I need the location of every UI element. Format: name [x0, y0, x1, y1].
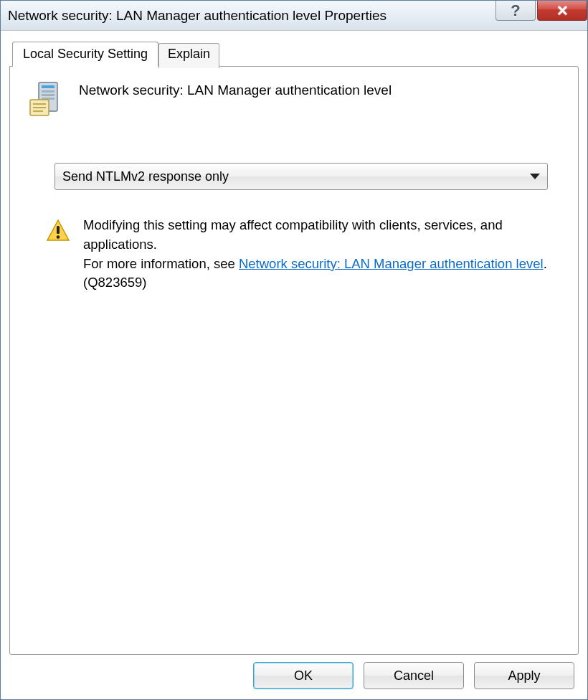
auth-level-dropdown[interactable]: Send NTLMv2 response only — [54, 163, 548, 190]
tab-label: Explain — [168, 47, 210, 61]
cancel-button[interactable]: Cancel — [364, 662, 464, 689]
tab-local-security-setting[interactable]: Local Security Setting — [12, 42, 158, 67]
dropdown-selected-text: Send NTLMv2 response only — [62, 169, 229, 184]
window-title: Network security: LAN Manager authentica… — [8, 8, 387, 24]
svg-point-11 — [57, 235, 60, 239]
svg-rect-2 — [42, 90, 54, 93]
button-label: Apply — [508, 668, 540, 684]
warning-icon — [46, 219, 70, 243]
tab-panel: Network security: LAN Manager authentica… — [9, 66, 579, 655]
client-area: Local Security Setting Explain — [1, 31, 587, 699]
svg-rect-3 — [42, 94, 54, 96]
help-button[interactable]: ? — [495, 1, 536, 21]
tab-strip: Local Security Setting Explain — [12, 41, 579, 66]
apply-button[interactable]: Apply — [474, 662, 574, 689]
button-label: Cancel — [394, 668, 434, 684]
close-icon: ✕ — [556, 2, 569, 19]
chevron-down-icon — [530, 174, 540, 179]
ok-button[interactable]: OK — [253, 662, 354, 689]
warning-text: Modifying this setting may affect compat… — [83, 216, 548, 293]
properties-dialog: Network security: LAN Manager authentica… — [0, 0, 588, 700]
dialog-buttons: OK Cancel Apply — [9, 655, 579, 691]
svg-rect-1 — [42, 85, 54, 88]
svg-rect-10 — [57, 226, 60, 234]
warning-line1: Modifying this setting may affect compat… — [83, 217, 503, 252]
warning-line2-prefix: For more information, see — [83, 256, 239, 271]
button-label: OK — [294, 668, 313, 684]
warning-link[interactable]: Network security: LAN Manager authentica… — [239, 256, 544, 271]
policy-server-icon — [26, 80, 66, 120]
tab-label: Local Security Setting — [23, 47, 148, 61]
titlebar-buttons: ? ✕ — [494, 1, 587, 24]
policy-header: Network security: LAN Manager authentica… — [26, 80, 562, 120]
policy-title: Network security: LAN Manager authentica… — [79, 80, 392, 98]
close-button[interactable]: ✕ — [537, 1, 587, 21]
tab-explain[interactable]: Explain — [158, 43, 219, 68]
help-icon: ? — [511, 1, 520, 20]
title-bar: Network security: LAN Manager authentica… — [1, 1, 587, 31]
warning-row: Modifying this setting may affect compat… — [46, 216, 548, 293]
